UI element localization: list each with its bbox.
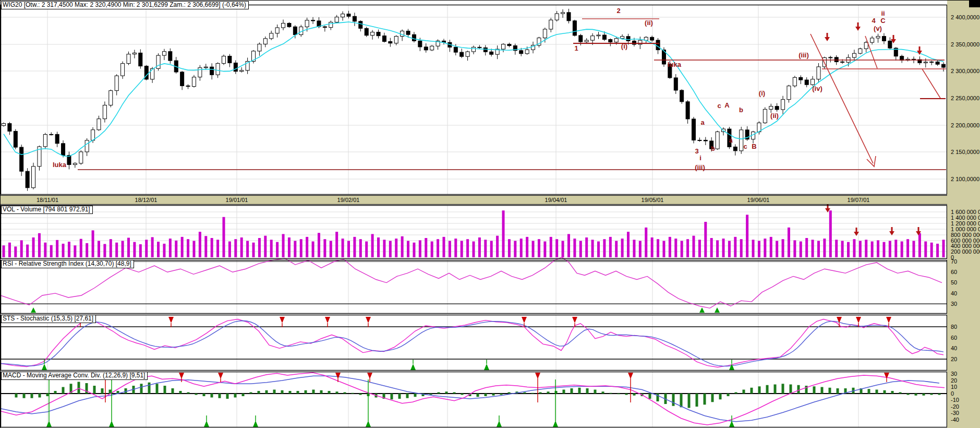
candle-body <box>323 27 326 27</box>
volume-bar <box>276 242 279 257</box>
macd-histogram-bar <box>445 391 448 394</box>
volume-bar <box>782 239 784 257</box>
wave-annotation: c <box>743 143 747 150</box>
volume-bar <box>342 239 344 257</box>
sell-arrow-icon <box>535 373 540 379</box>
candle-body <box>698 140 701 141</box>
macd-histogram-bar <box>891 391 894 394</box>
volume-bar <box>882 242 885 257</box>
volume-bar <box>347 241 350 257</box>
macd-histogram-bar <box>539 393 542 394</box>
volume-bar <box>805 238 808 257</box>
candle-body <box>858 49 862 53</box>
price-axis-label: 2 350,0000 <box>951 42 979 47</box>
volume-bar <box>473 242 475 257</box>
candle-body <box>26 171 29 188</box>
volume-bar <box>139 244 142 257</box>
volume-bar <box>918 233 921 257</box>
volume-bar <box>788 228 790 257</box>
volume-bar <box>371 234 374 257</box>
candle-body <box>62 144 65 156</box>
volume-bar <box>431 242 433 257</box>
macd-histogram-bar <box>797 385 800 394</box>
volume-bar <box>56 240 58 257</box>
macd-histogram-bar <box>938 394 941 395</box>
candle-body <box>591 36 595 40</box>
candle-body <box>799 77 803 80</box>
volume-bar <box>722 239 725 257</box>
volume-bar <box>163 244 165 257</box>
volume-bar <box>645 228 647 257</box>
wave-annotation: (i) <box>621 43 627 50</box>
candle-body <box>674 78 677 90</box>
candle-body <box>472 47 476 52</box>
macd-histogram-bar <box>547 391 550 394</box>
macd-histogram-bar <box>406 394 409 398</box>
panel-border <box>1 260 947 314</box>
window-corner-button[interactable] <box>969 1 980 7</box>
volume-bar <box>490 241 493 257</box>
candle-body <box>614 39 618 42</box>
candle-body <box>382 36 386 42</box>
volume-bar <box>502 210 505 257</box>
candle-body <box>787 86 791 100</box>
rsi-line <box>1 257 942 308</box>
macd-histogram-bar <box>320 390 323 394</box>
macd-histogram-bar <box>15 394 18 398</box>
wave-annotation: luka <box>53 161 66 168</box>
volume-bar <box>734 237 736 257</box>
candle-body <box>394 37 398 43</box>
macd-histogram-bar <box>907 394 910 395</box>
candle-body <box>293 27 297 34</box>
candle-body <box>817 67 820 79</box>
chart-canvas[interactable] <box>1 1 980 428</box>
volume-bar <box>514 241 516 257</box>
candle-body <box>573 21 576 35</box>
instrument-title-text: WIG20 [Otw.: 2 317,4500 Max: 2 320,4900 … <box>3 1 246 8</box>
candle-body <box>424 47 428 50</box>
volume-bar <box>567 234 570 257</box>
candle-body <box>733 147 737 150</box>
volume-bar <box>401 236 404 257</box>
sell-arrow-icon <box>522 317 527 323</box>
volume-bar <box>306 237 308 257</box>
macd-histogram-bar <box>657 394 659 401</box>
down-arrow-icon <box>825 37 830 41</box>
volume-bar <box>294 241 296 257</box>
candle-body <box>686 102 689 119</box>
candle-body <box>115 76 118 90</box>
macd-histogram-bar <box>923 394 925 396</box>
candle-body <box>466 52 469 56</box>
macd-histogram-bar <box>649 394 651 399</box>
macd-histogram-bar <box>500 394 503 395</box>
macd-histogram-bar <box>31 394 33 398</box>
wave-annotation: b <box>711 145 715 152</box>
volume-bar <box>555 239 558 257</box>
macd-histogram-bar <box>743 390 745 394</box>
volume-bar <box>847 242 850 257</box>
volume-bar <box>859 241 862 257</box>
trend-line <box>922 69 940 98</box>
wave-annotation: 1 <box>574 45 578 52</box>
volume-bar <box>110 239 112 257</box>
sell-arrow-icon <box>366 317 371 323</box>
candle-body <box>870 38 874 42</box>
volume-bar <box>461 241 463 257</box>
wave-annotation: i <box>699 154 701 161</box>
volume-bar <box>383 240 385 257</box>
wave-annotation: luka <box>668 61 681 68</box>
volume-bar <box>14 246 17 257</box>
candle-body <box>234 63 237 72</box>
volume-bar <box>889 241 891 257</box>
volume-bar <box>211 238 213 257</box>
macd-histogram-bar <box>54 391 57 394</box>
volume-bar <box>80 239 82 257</box>
candle-body <box>270 33 273 39</box>
macd-axis-label: -30 <box>951 410 959 416</box>
rsi-axis-label: 50 <box>951 280 957 286</box>
volume-bar <box>359 239 362 257</box>
macd-histogram-bar <box>563 390 565 394</box>
macd-histogram-bar <box>172 388 174 394</box>
macd-histogram-bar <box>837 388 839 394</box>
wave-annotation: (iv) <box>812 85 822 92</box>
